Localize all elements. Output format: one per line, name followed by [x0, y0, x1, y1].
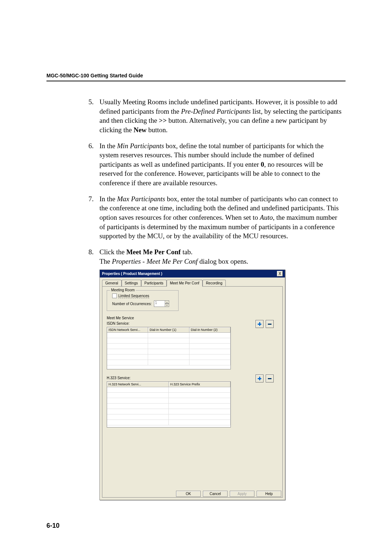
num-occurrences-label: Number of Occurrences:: [112, 302, 152, 306]
num-occurrences-spinner[interactable]: ▲ ▼: [165, 300, 169, 307]
properties-dialog: Properties ( Product Management ) X Gene…: [99, 270, 285, 500]
plus-icon: [257, 376, 262, 381]
h323-service-label: H.323 Service:: [107, 376, 278, 380]
close-icon: X: [279, 272, 281, 276]
h323-col-1[interactable]: H.323 Network Servi...: [107, 382, 169, 387]
page-number: 6-10: [46, 522, 346, 530]
tab-general[interactable]: General: [102, 280, 122, 286]
spin-down-icon: ▼: [165, 304, 169, 307]
isdn-grid[interactable]: ISDN Network Servi... Dial-in Number (1)…: [107, 327, 231, 369]
num-occurrences-input[interactable]: 1 ▲ ▼: [154, 300, 169, 307]
meeting-room-label: Meeting Room: [110, 288, 136, 292]
step-6-num: 6.: [83, 141, 94, 188]
step-8: 8. Click the Meet Me Per Conf tab. The P…: [46, 247, 346, 266]
tab-meet-me-per-conf[interactable]: Meet Me Per Conf: [167, 280, 203, 287]
isdn-add-button[interactable]: [256, 320, 264, 328]
h323-remove-button[interactable]: [266, 374, 274, 382]
h323-service-section: H.323 Service:: [107, 376, 278, 428]
limited-sequences-checkbox[interactable]: [112, 293, 117, 298]
h323-add-button[interactable]: [256, 374, 264, 382]
step-7-num: 7.: [83, 194, 94, 241]
close-button[interactable]: X: [277, 271, 283, 276]
h323-grid[interactable]: H.323 Network Servi... H.323 Service Pre…: [107, 381, 231, 428]
step-5-num: 5.: [83, 97, 94, 135]
isdn-col-2[interactable]: Dial-in Number (1): [148, 327, 189, 332]
meet-me-service-label: Meet Me Service: [107, 316, 278, 320]
ok-button[interactable]: OK: [176, 491, 201, 497]
dialog-title: Properties ( Product Management ): [102, 272, 162, 276]
plus-icon: [257, 322, 262, 326]
step-5-text: Usually Meeting Rooms include undefined …: [99, 97, 346, 135]
help-button[interactable]: Help: [257, 491, 281, 497]
step-7: 7. In the Max Participants box, enter th…: [46, 194, 346, 241]
step-8-num: 8.: [83, 247, 94, 266]
isdn-col-1[interactable]: ISDN Network Servi...: [107, 327, 148, 332]
step-6: 6. In the Min Participants box, define t…: [46, 141, 346, 188]
tab-recording[interactable]: Recording: [203, 280, 226, 286]
tab-body: Meeting Room Limited Sequences Number of…: [102, 286, 283, 498]
doc-header: MGC-50/MGC-100 Getting Started Guide: [46, 73, 346, 78]
tab-participants[interactable]: Participants: [141, 280, 167, 286]
isdn-service-label: ISDN Service:: [107, 321, 278, 325]
step-6-text: In the Min Participants box, define the …: [99, 141, 346, 188]
tab-row: General Settings Participants Meet Me Pe…: [100, 278, 285, 286]
h323-col-2[interactable]: H.323 Service Prefix: [169, 382, 230, 387]
tab-settings[interactable]: Settings: [122, 280, 141, 286]
dialog-titlebar: Properties ( Product Management ) X: [100, 270, 285, 278]
step-8-text: Click the Meet Me Per Conf tab. The Prop…: [99, 247, 346, 266]
step-7-text: In the Max Participants box, enter the t…: [99, 194, 346, 241]
meeting-room-group: Meeting Room Limited Sequences Number of…: [107, 290, 179, 311]
isdn-service-section: ISDN Service:: [107, 321, 278, 369]
minus-icon: [268, 376, 272, 381]
step-5: 5. Usually Meeting Rooms include undefin…: [46, 97, 346, 135]
cancel-button[interactable]: Cancel: [203, 491, 228, 497]
minus-icon: [268, 322, 272, 326]
isdn-remove-button[interactable]: [266, 320, 274, 328]
spin-up-icon: ▲: [165, 300, 169, 304]
dialog-button-row: OK Cancel Apply Help: [176, 491, 281, 497]
isdn-col-3[interactable]: Dial-in Number (2): [189, 327, 230, 332]
apply-button[interactable]: Apply: [230, 491, 254, 497]
limited-sequences-label: Limited Sequences: [118, 294, 149, 298]
header-rule: [46, 81, 346, 81]
